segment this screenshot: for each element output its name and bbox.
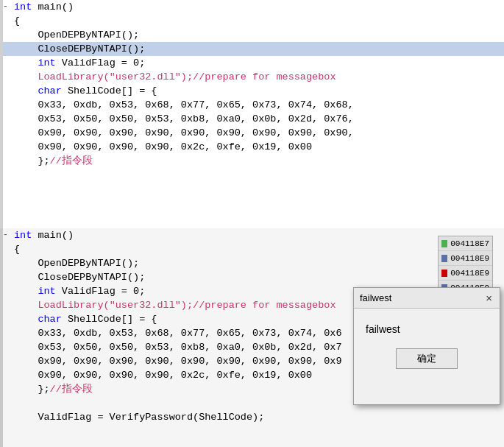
code-text: OpenDEPByNTAPI(); — [11, 256, 504, 270]
code-line: CloseDEPByNTAPI(); — [0, 270, 504, 284]
code-text: ValidFlag = VerifyPassword(ShellCode); — [11, 410, 504, 424]
addr-indicator-green — [441, 240, 447, 247]
code-line: 0x90, 0x90, 0x90, 0x90, 0x2c, 0xfe, 0x19… — [0, 140, 504, 154]
code-line: 0x33, 0xdb, 0x53, 0x68, 0x77, 0x65, 0x73… — [0, 98, 504, 112]
code-line: OpenDEPByNTAPI(); — [0, 28, 504, 42]
dialog-titlebar: failwest × — [354, 288, 500, 309]
dialog-footer: 确定 — [354, 342, 500, 375]
code-text: int main() — [11, 0, 504, 14]
dialog-body: failwest — [354, 309, 500, 342]
addr-row-2: 004118E9 — [439, 251, 492, 266]
dialog-message: failwest — [366, 323, 400, 335]
dialog-ok-button[interactable]: 确定 — [396, 348, 458, 369]
code-line: OpenDEPByNTAPI(); — [0, 256, 504, 270]
code-text: 0x33, 0xdb, 0x53, 0x68, 0x77, 0x65, 0x73… — [11, 98, 504, 112]
code-line: };//指令段 — [0, 154, 504, 168]
code-text: int main() — [11, 228, 504, 242]
code-text: CloseDEPByNTAPI(); — [11, 270, 504, 284]
dialog-title: failwest — [360, 292, 391, 303]
addr-text-3: 004118E9 — [450, 269, 489, 278]
addr-text-2: 004118E9 — [450, 254, 489, 263]
code-text: { — [11, 14, 504, 28]
code-text: CloseDEPByNTAPI(); — [11, 42, 504, 56]
dialog-close-button[interactable]: × — [484, 292, 494, 303]
code-line: 0x90, 0x90, 0x90, 0x90, 0x90, 0x90, 0x90… — [0, 126, 504, 140]
code-text: char ShellCode[] = { — [11, 84, 504, 98]
code-text: 0x90, 0x90, 0x90, 0x90, 0x90, 0x90, 0x90… — [11, 126, 504, 140]
code-text: OpenDEPByNTAPI(); — [11, 28, 504, 42]
code-text: int ValidFlag = 0; — [11, 56, 504, 70]
code-text: 0x90, 0x90, 0x90, 0x90, 0x2c, 0xfe, 0x19… — [11, 140, 504, 154]
code-line-highlighted: CloseDEPByNTAPI(); — [0, 42, 504, 56]
editor-area: - int main() { OpenDEPByNTAPI(); CloseDE… — [0, 0, 504, 447]
code-text: 0x53, 0x50, 0x50, 0x53, 0xb8, 0xa0, 0x0b… — [11, 112, 504, 126]
left-border-top — [0, 0, 3, 228]
code-line: { — [0, 14, 504, 28]
failwest-dialog: failwest × failwest 确定 — [353, 287, 500, 405]
addr-indicator-red — [441, 270, 447, 277]
code-text: };//指令段 — [11, 154, 504, 168]
addr-row-3: 004118E9 — [439, 266, 492, 281]
code-text: { — [11, 242, 504, 256]
code-text: LoadLibrary("user32.dll");//prepare for … — [11, 70, 504, 84]
code-line: int ValidFlag = 0; — [0, 56, 504, 70]
code-line: LoadLibrary("user32.dll");//prepare for … — [0, 70, 504, 84]
code-line: ValidFlag = VerifyPassword(ShellCode); — [0, 410, 504, 424]
addr-indicator-blue — [441, 255, 447, 262]
code-line: 0x53, 0x50, 0x50, 0x53, 0xb8, 0xa0, 0x0b… — [0, 112, 504, 126]
code-line: - int main() — [0, 0, 504, 14]
code-line: - int main() — [0, 228, 504, 242]
addr-text-1: 004118E7 — [450, 239, 489, 248]
code-line: char ShellCode[] = { — [0, 84, 504, 98]
top-code-section: - int main() { OpenDEPByNTAPI(); CloseDE… — [0, 0, 504, 228]
left-border-bottom — [0, 228, 3, 447]
addr-row-1: 004118E7 — [439, 236, 492, 251]
code-line: { — [0, 242, 504, 256]
